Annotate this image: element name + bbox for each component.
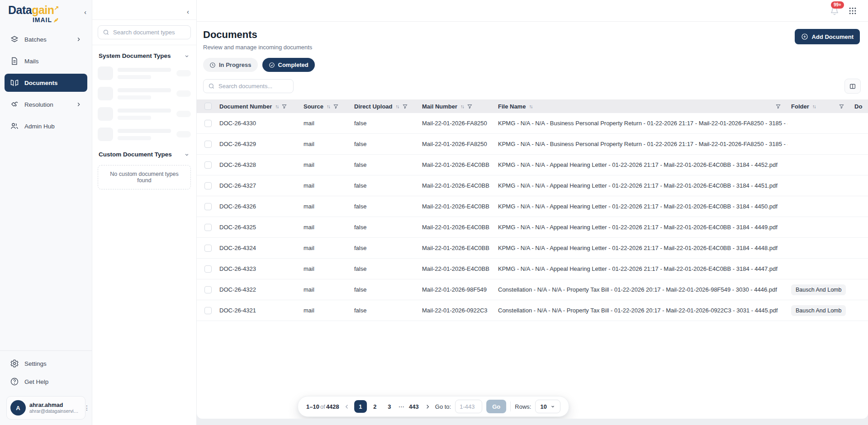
notifications-bell-icon[interactable]: 99+ <box>830 6 839 15</box>
rows-value: 10 <box>540 403 546 410</box>
sort-icon[interactable]: ↑↓ <box>275 104 278 109</box>
sort-icon[interactable]: ↑↓ <box>396 104 399 109</box>
sidebar-item-resolution[interactable]: Resolution <box>5 95 87 113</box>
tab-completed[interactable]: Completed <box>262 58 315 72</box>
page-button-1[interactable]: 1 <box>354 400 367 413</box>
filter-icon[interactable] <box>281 104 287 109</box>
page-button-443[interactable]: 443 <box>408 400 420 413</box>
chevron-right-icon <box>76 36 82 42</box>
previous-page-button[interactable] <box>343 403 350 410</box>
column-header-direct-upload[interactable]: Direct Upload ↑↓ <box>351 103 418 110</box>
row-checkbox[interactable] <box>204 224 212 231</box>
table-row[interactable]: DOC-26-4329mailfalseMail-22-01-2026-FA82… <box>197 134 868 155</box>
table-row[interactable]: DOC-26-4328mailfalseMail-22-01-2026-E4C0… <box>197 155 868 175</box>
apps-grid-icon[interactable] <box>848 6 857 15</box>
table-row[interactable]: DOC-26-4330mailfalseMail-22-01-2026-FA82… <box>197 113 868 134</box>
cell-file-name: KPMG - N/A - N/A - Appeal Hearing Letter… <box>494 245 787 251</box>
page-button-2[interactable]: 2 <box>369 400 381 413</box>
sidebar-item-settings[interactable]: Settings <box>5 354 87 373</box>
user-card[interactable]: A ahrar.ahmad ahrar@datagainservice... ⋮ <box>6 396 85 420</box>
system-doctypes-header: System Document Types <box>99 52 190 59</box>
cell-direct-upload: false <box>351 307 418 314</box>
select-all-checkbox[interactable] <box>204 103 212 110</box>
documents-search-input[interactable] <box>218 83 289 90</box>
sidebar-item-admin-hub[interactable]: Admin Hub <box>5 117 87 135</box>
chevron-down-icon[interactable] <box>184 53 190 59</box>
cell-document-number: DOC-26-4322 <box>216 286 300 293</box>
add-document-label: Add Document <box>812 33 854 40</box>
next-page-button[interactable] <box>424 403 431 410</box>
table-row[interactable]: DOC-26-4325mailfalseMail-22-01-2026-E4C0… <box>197 217 868 238</box>
column-header-file-name[interactable]: File Name ↑↓ <box>494 103 787 110</box>
sidebar-item-mails[interactable]: Mails <box>5 52 87 70</box>
sidebar-item-documents[interactable]: Documents <box>5 74 87 92</box>
rows-label: Rows: <box>515 403 531 410</box>
sidebar-item-label: Batches <box>24 36 47 43</box>
sort-icon[interactable]: ↑↓ <box>529 104 532 109</box>
sort-icon[interactable]: ↑↓ <box>460 104 464 109</box>
rows-per-page-select[interactable]: 10 <box>535 400 560 413</box>
search-icon <box>208 83 215 90</box>
chevron-down-icon[interactable] <box>184 151 190 158</box>
cell-file-name: Constellation - N/A - N/A - Property Tax… <box>494 286 787 293</box>
row-checkbox[interactable] <box>204 182 212 189</box>
row-checkbox[interactable] <box>204 307 212 314</box>
sort-icon[interactable]: ↑↓ <box>327 104 330 109</box>
table-row[interactable]: DOC-26-4322mailfalseMail-22-01-2026-98F5… <box>197 279 868 300</box>
tab-in-progress[interactable]: In Progress <box>203 58 258 72</box>
cell-direct-upload: false <box>351 182 418 189</box>
help-circle-icon <box>10 377 19 386</box>
goto-page-input[interactable] <box>455 400 482 413</box>
doctype-search-input[interactable] <box>113 29 186 36</box>
documents-search <box>203 79 294 93</box>
filter-icon[interactable] <box>333 104 339 109</box>
table-row[interactable]: DOC-26-4324mailfalseMail-22-01-2026-E4C0… <box>197 238 868 259</box>
panel-collapse-button[interactable]: ‹ <box>187 8 189 15</box>
sidebar-item-get-help[interactable]: Get Help <box>5 373 87 391</box>
sidebar-collapse-button[interactable]: ‹ <box>84 8 86 16</box>
filter-icon[interactable] <box>402 104 408 109</box>
row-checkbox[interactable] <box>204 286 212 293</box>
row-checkbox[interactable] <box>204 161 212 169</box>
cell-source: mail <box>300 245 351 251</box>
table-row[interactable]: DOC-26-4321mailfalseMail-22-01-2026-0922… <box>197 300 868 321</box>
logo-arrow-icon: ↗ <box>54 5 59 11</box>
table-row[interactable]: DOC-26-4326mailfalseMail-22-01-2026-E4C0… <box>197 196 868 217</box>
cell-document-number: DOC-26-4321 <box>216 307 300 314</box>
sidebar-item-batches[interactable]: Batches <box>5 30 87 48</box>
column-header-truncated[interactable]: Do <box>851 103 868 110</box>
filter-icon[interactable] <box>467 104 473 109</box>
cell-direct-upload: false <box>351 203 418 210</box>
cell-document-number: DOC-26-4324 <box>216 245 300 251</box>
top-bar: 99+ <box>197 0 868 22</box>
row-checkbox[interactable] <box>204 265 212 273</box>
cell-mail-number: Mail-22-01-2026-0922C3 <box>418 307 494 314</box>
pages-ellipsis: ⋯ <box>398 403 406 410</box>
rocket-icon <box>53 17 59 23</box>
add-document-button[interactable]: Add Document <box>795 29 860 44</box>
sidebar-nav: BatchesMailsDocumentsResolutionAdmin Hub <box>0 25 92 135</box>
layers-icon <box>10 35 19 44</box>
cell-direct-upload: false <box>351 286 418 293</box>
row-checkbox[interactable] <box>204 120 212 127</box>
table-row[interactable]: DOC-26-4327mailfalseMail-22-01-2026-E4C0… <box>197 175 868 196</box>
table-row[interactable]: DOC-26-4323mailfalseMail-22-01-2026-E4C0… <box>197 259 868 279</box>
sort-icon[interactable]: ↑↓ <box>812 104 816 109</box>
row-checkbox[interactable] <box>204 245 212 252</box>
column-header-document-number[interactable]: Document Number ↑↓ <box>216 103 300 110</box>
row-checkbox[interactable] <box>204 203 212 210</box>
cell-file-name: KPMG - N/A - N/A - Business Personal Pro… <box>494 141 787 147</box>
column-label: Direct Upload <box>354 103 393 110</box>
go-button[interactable]: Go <box>486 400 506 413</box>
column-header-folder[interactable]: Folder ↑↓ <box>787 103 851 110</box>
row-checkbox[interactable] <box>204 141 212 148</box>
cell-document-number: DOC-26-4330 <box>216 120 300 127</box>
filter-icon[interactable] <box>775 104 781 109</box>
column-header-source[interactable]: Source ↑↓ <box>300 103 351 110</box>
column-header-mail-number[interactable]: Mail Number ↑↓ <box>418 103 494 110</box>
page-button-3[interactable]: 3 <box>383 400 396 413</box>
column-settings-button[interactable] <box>844 79 861 94</box>
clock-icon <box>209 62 216 68</box>
user-menu-dots-icon[interactable]: ⋮ <box>84 404 90 411</box>
filter-icon[interactable] <box>839 104 844 109</box>
